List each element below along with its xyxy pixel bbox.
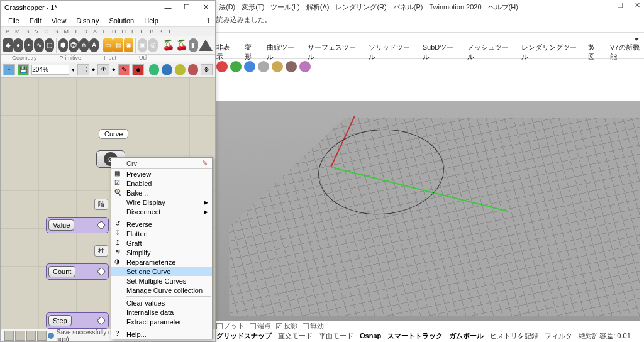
rhino-tab[interactable]: 曲線ツール — [267, 43, 299, 62]
rhino-tab[interactable]: V7の新機能 — [610, 43, 644, 62]
rhino-tab[interactable]: 変形 — [245, 43, 258, 62]
gh-maximize[interactable]: ☐ — [177, 3, 196, 11]
gh-ribbon-tab[interactable]: B — [150, 28, 153, 35]
osnap-option[interactable]: ノット — [216, 321, 245, 331]
gh-minimize[interactable]: — — [158, 4, 177, 11]
preview-icon[interactable]: 👁 — [97, 64, 109, 75]
ctx-item-bake-[interactable]: 🍳 Bake... — [111, 188, 212, 197]
param-point-icon[interactable]: • — [24, 38, 33, 52]
gh-menu-item[interactable]: Display — [71, 16, 104, 26]
ctx-item-disconnect[interactable]: Disconnect ▶ — [111, 207, 212, 216]
gh-menu-item[interactable]: Solution — [104, 16, 139, 26]
rhino-menu-item[interactable]: 法(D) — [216, 1, 238, 13]
gh-menu-item[interactable]: Edit — [25, 16, 47, 26]
slider-output-port[interactable] — [97, 221, 106, 229]
gh-ribbon-tab[interactable]: M — [15, 28, 20, 35]
ladybug-icon[interactable]: ◆ — [132, 64, 144, 75]
rhino-close[interactable]: ✕ — [635, 1, 640, 9]
rhino-menu-item[interactable]: 解析(A) — [304, 1, 332, 13]
util-group-icon[interactable]: ▣ — [138, 38, 147, 52]
util-dam-icon[interactable]: ▮ — [189, 38, 198, 52]
ctx-item-simplify[interactable]: ≋ Simplify — [111, 248, 212, 257]
gh-ribbon-tab[interactable]: S — [55, 28, 58, 35]
gh-ribbon-tab[interactable]: D — [84, 28, 88, 35]
rhino-menu-item[interactable]: レンダリング(R) — [333, 1, 389, 13]
status-toggle[interactable]: 直交モード — [278, 331, 313, 341]
cherry2-icon[interactable]: 🍒 — [175, 39, 188, 51]
gh-ribbon-tab[interactable]: E — [103, 28, 106, 35]
rhino-menu-item[interactable]: Twinmotion 2020 — [426, 2, 484, 12]
transform-icon[interactable] — [299, 61, 311, 72]
rhino-menu-item[interactable]: パネル(P) — [391, 1, 426, 13]
shade-green-icon[interactable] — [149, 64, 160, 75]
sketch-icon[interactable]: ✎ — [118, 64, 130, 75]
param-brep-icon[interactable]: ⬢ — [58, 38, 68, 52]
gh-ribbon-tab[interactable]: A — [93, 28, 97, 35]
footer-icon-2[interactable] — [15, 331, 25, 341]
ctx-item-set-multiple-curves[interactable]: Set Multiple Curves — [111, 276, 212, 285]
ctx-item-internalise-data[interactable]: Internalise data — [111, 307, 212, 317]
rhino-tab[interactable]: サーフェスツール — [308, 43, 359, 62]
ctx-item-wire-display[interactable]: Wire Display ▶ — [111, 197, 212, 207]
param-curve-icon[interactable]: ∿ — [34, 38, 43, 52]
gh-menu-item[interactable]: Help — [139, 16, 164, 26]
select-icon[interactable] — [258, 61, 269, 72]
footer-icon-4[interactable] — [37, 331, 47, 341]
ctx-wand-icon[interactable]: ✎ — [202, 159, 212, 167]
ctx-item-clear-values[interactable]: Clear values — [111, 298, 212, 307]
gh-close[interactable]: ✕ — [196, 3, 215, 11]
display-icon[interactable] — [244, 61, 255, 72]
viewport-icon[interactable] — [272, 61, 283, 72]
gh-ribbon-tab[interactable]: E — [140, 28, 144, 35]
gh-ribbon-tab[interactable]: M — [64, 28, 69, 35]
status-toggle[interactable]: ガムボール — [449, 331, 484, 341]
gh-ribbon-tab[interactable]: L — [169, 28, 172, 35]
rhino-tab[interactable]: ソリッドツール — [369, 43, 414, 62]
osnap-option[interactable]: 端点 — [250, 321, 271, 331]
util-cluster-icon[interactable]: ◎ — [148, 38, 157, 52]
number-slider[interactable]: Value — [46, 217, 109, 233]
slider-output-port[interactable] — [97, 267, 106, 276]
zoom-dropdown-icon[interactable]: ▾ — [72, 67, 75, 73]
shade-yellow-icon[interactable] — [175, 64, 186, 75]
rhino-maximize[interactable]: ☐ — [617, 1, 623, 9]
ctx-item-graft[interactable]: ↥ Graft — [111, 238, 212, 248]
setview-icon[interactable] — [230, 61, 242, 72]
number-slider[interactable]: Count — [46, 263, 109, 280]
shade-red-icon[interactable] — [188, 64, 199, 75]
gh-ribbon-tab[interactable]: K — [159, 28, 163, 35]
osnap-option[interactable]: 投影 — [276, 321, 297, 331]
util-play-icon[interactable] — [199, 40, 213, 51]
input-panel-icon[interactable]: ▭ — [103, 38, 113, 52]
status-toggle[interactable]: グリッドスナップ — [216, 331, 272, 341]
ctx-item-reparameterize[interactable]: ◑ Reparameterize — [111, 257, 212, 267]
rhino-tab[interactable]: SubDツール — [423, 43, 458, 62]
footer-icon-1[interactable] — [4, 331, 14, 341]
param-hex-icon[interactable]: ◆ — [3, 38, 13, 52]
footer-icon-3[interactable] — [26, 331, 36, 341]
kanji-tag-2[interactable]: 柱 — [94, 245, 108, 256]
visibility-icon[interactable] — [286, 61, 297, 72]
param-text-icon[interactable]: ⓻ — [69, 38, 78, 52]
ctx-item-enabled[interactable]: ☑ Enabled — [111, 179, 212, 188]
ctx-item-reverse[interactable]: ↺ Reverse — [111, 219, 212, 229]
osnap-option[interactable]: 無効 — [303, 321, 324, 331]
rhino-menu-item[interactable]: ツール(L) — [268, 1, 302, 13]
gh-ribbon-tab[interactable]: H — [112, 28, 116, 35]
toolbar-dropdown-icon[interactable]: ⏷ — [633, 35, 640, 43]
status-toggle[interactable]: Osnap — [360, 332, 381, 339]
rhino-minimize[interactable]: — — [599, 1, 606, 9]
ctx-item-help-[interactable]: ? Help... — [111, 329, 212, 339]
cplanes-icon[interactable] — [216, 61, 228, 72]
param-mesh-icon[interactable]: ⋔ — [79, 38, 89, 52]
gh-ribbon-tab[interactable]: L — [131, 28, 135, 35]
ctx-item-extract-parameter[interactable]: Extract parameter — [111, 317, 212, 326]
input-button-icon[interactable]: ◉ — [124, 38, 133, 52]
kanji-tag-1[interactable]: 階 — [94, 199, 108, 210]
rhino-tab[interactable]: メッシュツール — [467, 43, 513, 62]
gh-ribbon-tab[interactable]: S — [26, 28, 30, 35]
context-menu-header[interactable]: Crv ✎ — [111, 158, 212, 169]
curve-name-label[interactable]: Curve — [99, 129, 128, 139]
rhino-tab[interactable]: 製図 — [588, 43, 601, 62]
shade-blue-icon[interactable] — [162, 64, 172, 75]
